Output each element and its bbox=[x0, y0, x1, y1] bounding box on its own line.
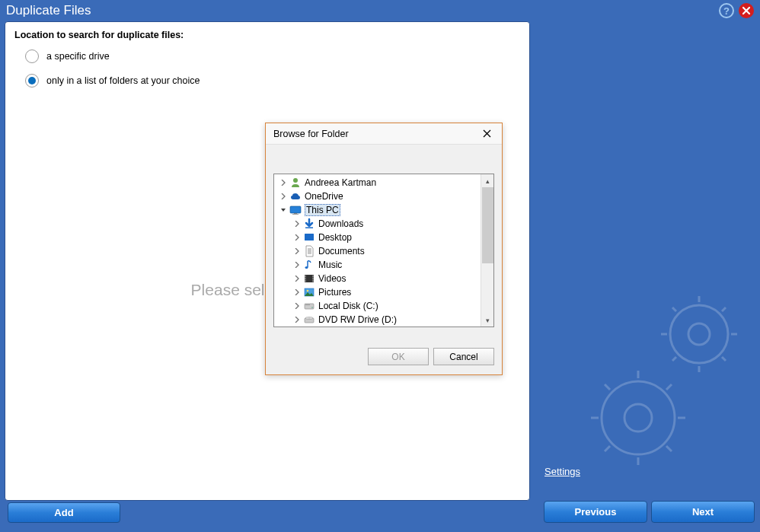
gears-decoration bbox=[577, 281, 752, 471]
scroll-down-button[interactable]: ▾ bbox=[481, 314, 494, 327]
chevron-right-icon[interactable] bbox=[292, 301, 302, 311]
svg-point-14 bbox=[305, 276, 305, 276]
svg-rect-9 bbox=[305, 234, 314, 241]
desktop-icon bbox=[303, 231, 315, 244]
tree-item-label: DVD RW Drive (D:) bbox=[318, 314, 397, 325]
tree-item[interactable]: Local Disk (C:) bbox=[274, 299, 480, 313]
chevron-right-icon[interactable] bbox=[292, 233, 302, 242]
dialog-title: Browse for Folder bbox=[273, 129, 477, 139]
tree-item[interactable]: Videos bbox=[274, 272, 480, 285]
svg-rect-24 bbox=[305, 304, 310, 305]
svg-point-17 bbox=[312, 276, 313, 276]
add-button[interactable]: Add bbox=[8, 502, 120, 523]
tree-item[interactable]: Downloads bbox=[274, 217, 480, 231]
close-icon bbox=[742, 6, 751, 15]
user-icon bbox=[289, 177, 302, 189]
settings-link[interactable]: Settings bbox=[544, 466, 580, 477]
tree-item-label: Andreea Kartman bbox=[305, 177, 376, 188]
tree-item[interactable]: Pictures bbox=[274, 285, 480, 299]
window-titlebar: Duplicate Files ? bbox=[0, 0, 760, 21]
close-icon bbox=[483, 129, 491, 138]
cloud-icon bbox=[289, 190, 302, 202]
chevron-down-icon[interactable] bbox=[279, 205, 288, 215]
next-button[interactable]: Next bbox=[651, 501, 755, 523]
disk-icon bbox=[303, 300, 315, 312]
tree-item-label: Downloads bbox=[318, 218, 363, 229]
chevron-right-icon[interactable] bbox=[279, 178, 288, 187]
tree-item[interactable]: This PC bbox=[274, 203, 480, 217]
radio-option-drive[interactable]: a specific drive bbox=[25, 49, 520, 63]
tree-item[interactable]: Music bbox=[274, 258, 480, 272]
monitor-icon bbox=[289, 204, 302, 216]
svg-point-21 bbox=[307, 290, 309, 292]
radio-icon bbox=[25, 74, 39, 88]
svg-point-18 bbox=[312, 278, 313, 279]
tree-item[interactable]: Documents bbox=[274, 244, 480, 258]
scroll-thumb[interactable] bbox=[482, 187, 493, 263]
tree-item-label: OneDrive bbox=[305, 191, 343, 202]
svg-point-19 bbox=[312, 280, 313, 281]
chevron-right-icon[interactable] bbox=[292, 247, 302, 256]
tree-item-label: Local Disk (C:) bbox=[318, 301, 378, 311]
svg-point-16 bbox=[305, 280, 305, 281]
browse-folder-dialog: Browse for Folder Andreea KartmanOneDriv… bbox=[265, 123, 503, 375]
tree-item-label: This PC bbox=[305, 204, 340, 216]
svg-rect-8 bbox=[305, 228, 313, 229]
svg-point-4 bbox=[293, 178, 298, 183]
chevron-right-icon[interactable] bbox=[292, 288, 302, 297]
tree-item[interactable]: DVD RW Drive (D:) bbox=[274, 313, 480, 327]
tree-item[interactable]: OneDrive bbox=[274, 190, 480, 203]
dvd-icon bbox=[303, 314, 315, 326]
location-prompt: Location to search for duplicate files: bbox=[14, 30, 520, 40]
svg-point-15 bbox=[305, 278, 305, 279]
window-title: Duplicate Files bbox=[6, 3, 719, 18]
dialog-titlebar: Browse for Folder bbox=[266, 123, 502, 145]
svg-point-2 bbox=[602, 381, 675, 454]
chevron-right-icon[interactable] bbox=[279, 192, 288, 201]
svg-point-23 bbox=[311, 307, 313, 308]
scroll-up-button[interactable]: ▴ bbox=[481, 174, 494, 187]
radio-label-folders: only in a list of folders at your choice bbox=[46, 75, 200, 86]
chevron-right-icon[interactable] bbox=[292, 274, 302, 283]
chevron-right-icon[interactable] bbox=[292, 219, 302, 228]
svg-rect-5 bbox=[290, 206, 301, 213]
svg-rect-7 bbox=[292, 214, 299, 215]
radio-option-folders[interactable]: only in a list of folders at your choice bbox=[25, 74, 520, 88]
radio-icon bbox=[25, 49, 39, 63]
tree-item[interactable]: Andreea Kartman bbox=[274, 176, 480, 190]
previous-button[interactable]: Previous bbox=[544, 501, 647, 523]
close-button[interactable] bbox=[739, 3, 754, 18]
svg-point-1 bbox=[688, 323, 710, 345]
svg-point-10 bbox=[305, 266, 308, 269]
cancel-button[interactable]: Cancel bbox=[433, 348, 494, 365]
tree-item-label: Pictures bbox=[318, 287, 351, 298]
download-icon bbox=[303, 218, 315, 230]
svg-point-0 bbox=[670, 305, 728, 363]
folder-tree: Andreea KartmanOneDriveThis PCDownloadsD… bbox=[273, 174, 494, 327]
help-button[interactable]: ? bbox=[719, 3, 734, 18]
dialog-button-row: OK Cancel bbox=[368, 348, 494, 365]
chevron-right-icon[interactable] bbox=[292, 260, 302, 269]
tree-item-label: Documents bbox=[318, 246, 365, 256]
tree-item[interactable]: Desktop bbox=[274, 231, 480, 244]
dialog-close-button[interactable] bbox=[477, 126, 496, 142]
svg-point-3 bbox=[624, 404, 652, 432]
svg-point-27 bbox=[308, 318, 310, 319]
tree-item-label: Videos bbox=[318, 273, 346, 284]
radio-label-drive: a specific drive bbox=[46, 51, 110, 62]
chevron-right-icon[interactable] bbox=[292, 315, 302, 324]
tree-scrollbar[interactable]: ▴ ▾ bbox=[481, 174, 493, 327]
video-icon bbox=[303, 272, 315, 285]
music-icon bbox=[303, 259, 315, 271]
ok-button[interactable]: OK bbox=[368, 348, 429, 365]
picture-icon bbox=[303, 286, 315, 298]
document-icon bbox=[303, 245, 315, 257]
tree-item-label: Desktop bbox=[318, 232, 352, 243]
svg-rect-6 bbox=[294, 213, 297, 214]
tree-item-label: Music bbox=[318, 260, 342, 270]
